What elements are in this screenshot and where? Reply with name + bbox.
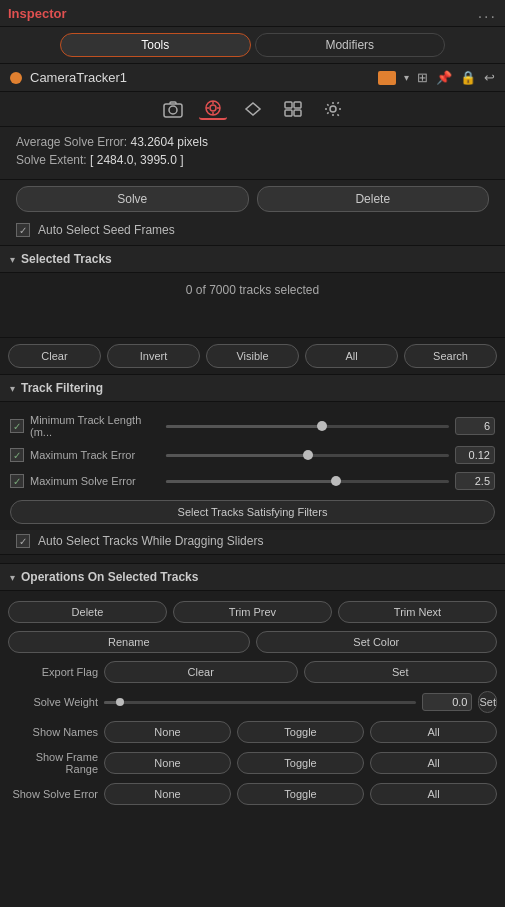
show-names-all-button[interactable]: All <box>370 721 497 743</box>
rename-button[interactable]: Rename <box>8 631 250 653</box>
solve-weight-thumb[interactable] <box>116 698 124 706</box>
pin-icon[interactable]: 📌 <box>436 70 452 85</box>
ops-row-2: Rename Set Color <box>0 627 505 657</box>
filter-row-min-length: ✓ Minimum Track Length (m... <box>0 410 505 442</box>
max-error-checkbox[interactable]: ✓ <box>10 448 24 462</box>
select-filters-button[interactable]: Select Tracks Satisfying Filters <box>10 500 495 524</box>
filter-section: ✓ Minimum Track Length (m... ✓ Maximum T… <box>0 402 505 564</box>
node-row: CameraTracker1 ▾ ⊞ 📌 🔒 ↩ <box>0 64 505 92</box>
lock-icon[interactable]: 🔒 <box>460 70 476 85</box>
tab-modifiers[interactable]: Modifiers <box>255 33 446 57</box>
grid-tab-icon[interactable] <box>279 98 307 120</box>
show-names-row: Show Names None Toggle All <box>0 717 505 747</box>
min-length-slider[interactable] <box>166 425 449 428</box>
solve-weight-row: Solve Weight Set <box>0 687 505 717</box>
extent-line: Solve Extent: [ 2484.0, 3995.0 ] <box>16 153 489 167</box>
show-frame-range-none-button[interactable]: None <box>104 752 231 774</box>
operations-section: Delete Trim Prev Trim Next Rename Set Co… <box>0 591 505 815</box>
max-error-value[interactable] <box>455 446 495 464</box>
auto-seed-row: ✓ Auto Select Seed Frames <box>0 218 505 246</box>
trim-next-button[interactable]: Trim Next <box>338 601 497 623</box>
selected-tracks-buttons: Clear Invert Visible All Search <box>0 338 505 375</box>
set-color-button[interactable]: Set Color <box>256 631 498 653</box>
undo-icon[interactable]: ↩ <box>484 70 495 85</box>
filter-row-max-error: ✓ Maximum Track Error <box>0 442 505 468</box>
max-solve-value[interactable] <box>455 472 495 490</box>
node-color-chevron[interactable]: ▾ <box>404 72 409 83</box>
show-frame-range-label: Show Frame Range <box>8 751 98 775</box>
max-solve-checkbox[interactable]: ✓ <box>10 474 24 488</box>
tracks-count: 0 of 7000 tracks selected <box>16 283 489 297</box>
svg-point-13 <box>330 106 336 112</box>
operations-arrow: ▾ <box>10 572 15 583</box>
show-frame-range-row: Show Frame Range None Toggle All <box>0 747 505 779</box>
show-solve-error-toggle-button[interactable]: Toggle <box>237 783 364 805</box>
max-error-label: Maximum Track Error <box>30 449 160 461</box>
show-names-none-button[interactable]: None <box>104 721 231 743</box>
show-solve-error-none-button[interactable]: None <box>104 783 231 805</box>
operations-header[interactable]: ▾ Operations On Selected Tracks <box>0 564 505 591</box>
avg-error-line: Average Solve Error: 43.2604 pixels <box>16 135 489 149</box>
max-solve-label: Maximum Solve Error <box>30 475 160 487</box>
search-button[interactable]: Search <box>404 344 497 368</box>
icon-toolbar <box>0 92 505 127</box>
invert-button[interactable]: Invert <box>107 344 200 368</box>
show-frame-range-all-button[interactable]: All <box>370 752 497 774</box>
node-dot <box>10 72 22 84</box>
avg-error-label: Average Solve Error: <box>16 135 127 149</box>
show-names-toggle-button[interactable]: Toggle <box>237 721 364 743</box>
extent-value: [ 2484.0, 3995.0 ] <box>90 153 183 167</box>
delete-button[interactable]: Delete <box>257 186 490 212</box>
node-color-swatch[interactable] <box>378 71 396 85</box>
filter-row-max-solve: ✓ Maximum Solve Error <box>0 468 505 494</box>
all-button[interactable]: All <box>305 344 398 368</box>
solve-weight-set-button[interactable]: Set <box>478 691 497 713</box>
keyframe-tab-icon[interactable] <box>239 98 267 120</box>
clear-button[interactable]: Clear <box>8 344 101 368</box>
export-flag-row: Export Flag Clear Set <box>0 657 505 687</box>
track-filtering-header[interactable]: ▾ Track Filtering <box>0 375 505 402</box>
solve-weight-value[interactable] <box>422 693 472 711</box>
auto-select-drag-checkbox[interactable]: ✓ <box>16 534 30 548</box>
solve-button[interactable]: Solve <box>16 186 249 212</box>
export-flag-clear-button[interactable]: Clear <box>104 661 298 683</box>
header-menu-dots[interactable]: ... <box>478 4 497 22</box>
min-length-checkbox[interactable]: ✓ <box>10 419 24 433</box>
settings-tab-icon[interactable] <box>319 98 347 120</box>
min-length-label: Minimum Track Length (m... <box>30 414 160 438</box>
trim-prev-button[interactable]: Trim Prev <box>173 601 332 623</box>
auto-seed-checkbox[interactable]: ✓ <box>16 223 30 237</box>
max-solve-slider[interactable] <box>166 480 449 483</box>
node-name: CameraTracker1 <box>30 70 370 85</box>
tabs-row: Tools Modifiers <box>0 27 505 64</box>
solve-delete-row: Solve Delete <box>0 180 505 218</box>
svg-rect-10 <box>294 102 301 108</box>
visible-button[interactable]: Visible <box>206 344 299 368</box>
max-error-slider[interactable] <box>166 454 449 457</box>
selected-tracks-header[interactable]: ▾ Selected Tracks <box>0 246 505 273</box>
svg-rect-11 <box>285 110 292 116</box>
svg-marker-8 <box>246 103 260 115</box>
solve-info: Average Solve Error: 43.2604 pixels Solv… <box>0 127 505 180</box>
min-length-value[interactable] <box>455 417 495 435</box>
track-filtering-title: Track Filtering <box>21 381 103 395</box>
auto-select-drag-row: ✓ Auto Select Tracks While Dragging Slid… <box>0 530 505 555</box>
selected-tracks-arrow: ▾ <box>10 254 15 265</box>
auto-seed-label: Auto Select Seed Frames <box>38 223 175 237</box>
header-title: Inspector <box>8 6 67 21</box>
export-flag-set-button[interactable]: Set <box>304 661 498 683</box>
track-filtering-arrow: ▾ <box>10 383 15 394</box>
svg-point-1 <box>169 106 177 114</box>
viewer-icon[interactable]: ⊞ <box>417 70 428 85</box>
solve-weight-slider[interactable] <box>104 701 416 704</box>
auto-select-drag-label: Auto Select Tracks While Dragging Slider… <box>38 534 263 548</box>
camera-tab-icon[interactable] <box>159 98 187 120</box>
tab-tools[interactable]: Tools <box>60 33 251 57</box>
show-solve-error-all-button[interactable]: All <box>370 783 497 805</box>
show-frame-range-toggle-button[interactable]: Toggle <box>237 752 364 774</box>
show-solve-error-label: Show Solve Error <box>8 788 98 800</box>
node-icons: ⊞ 📌 🔒 ↩ <box>417 70 495 85</box>
delete-op-button[interactable]: Delete <box>8 601 167 623</box>
svg-rect-9 <box>285 102 292 108</box>
tracker-tab-icon[interactable] <box>199 98 227 120</box>
